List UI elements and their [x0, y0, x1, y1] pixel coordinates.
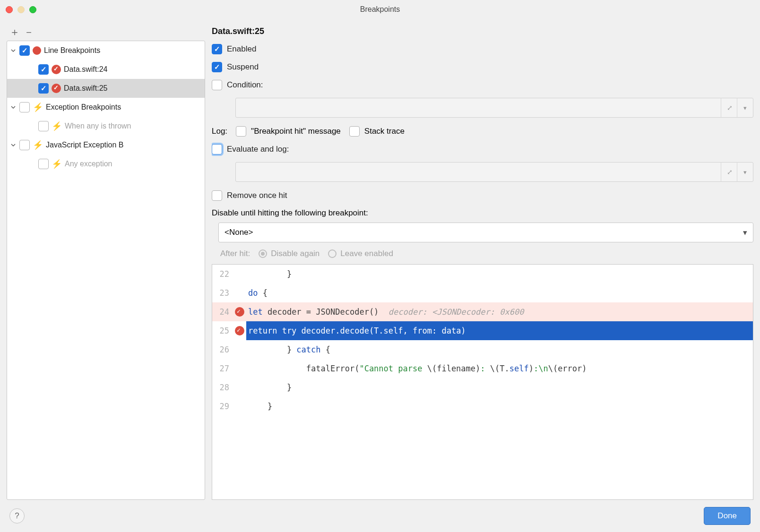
item-label: Data.swift:25 [64, 84, 107, 93]
exception-bolt-icon: ⚡ [52, 122, 62, 130]
item-checkbox[interactable] [38, 64, 49, 75]
code-line[interactable]: 26 } catch { [212, 340, 753, 359]
line-number: 22 [212, 265, 233, 283]
code-text: let decoder = JSONDecoder() decoder: <JS… [246, 302, 753, 321]
remove-once-label: Remove once hit [227, 191, 287, 200]
expand-icon[interactable]: ⤢ [721, 98, 737, 118]
code-text: } [246, 265, 753, 283]
breakpoint-item[interactable]: Data.swift:24 [7, 60, 205, 79]
breakpoint-item[interactable]: ⚡Any exception [7, 154, 205, 173]
titlebar: Breakpoints [0, 0, 760, 19]
code-line[interactable]: 27 fatalError("Cannot parse \(filename):… [212, 359, 753, 378]
code-line[interactable]: 24 let decoder = JSONDecoder() decoder: … [212, 302, 753, 321]
line-number: 24 [212, 302, 233, 321]
chevron-down-icon: ▾ [743, 228, 747, 238]
evaluate-log-checkbox[interactable] [212, 144, 222, 154]
breakpoint-check-icon [52, 84, 61, 93]
disable-again-radio[interactable] [259, 249, 267, 258]
disable-until-label: Disable until hitting the following brea… [212, 208, 753, 218]
item-checkbox[interactable] [38, 83, 49, 94]
log-message-checkbox[interactable] [236, 126, 246, 137]
breakpoints-tree[interactable]: Line BreakpointsData.swift:24Data.swift:… [7, 41, 205, 500]
zoom-window-button[interactable] [29, 6, 36, 13]
stack-trace-checkbox[interactable] [349, 126, 360, 137]
condition-checkbox[interactable] [212, 80, 222, 90]
minimize-window-button[interactable] [17, 6, 25, 13]
breakpoint-item[interactable]: Data.swift:25 [7, 79, 205, 98]
group-label: JavaScript Exception B [46, 141, 124, 149]
remove-breakpoint-button[interactable]: － [24, 27, 34, 37]
item-label: Data.swift:24 [64, 65, 107, 74]
remove-once-checkbox[interactable] [212, 190, 222, 201]
leave-enabled-option: Leave enabled [340, 249, 393, 258]
suspend-checkbox[interactable] [212, 62, 222, 72]
history-dropdown-icon[interactable]: ▾ [737, 162, 753, 182]
breakpoint-group[interactable]: ⚡Exception Breakpoints [7, 98, 205, 117]
group-checkbox[interactable] [19, 140, 30, 150]
code-text: } catch { [246, 340, 753, 359]
evaluate-log-label: Evaluate and log: [227, 145, 289, 154]
breakpoint-gutter-icon[interactable] [235, 307, 244, 317]
code-text: fatalError("Cannot parse \(filename): \(… [246, 359, 753, 378]
breakpoint-heading: Data.swift:25 [212, 26, 753, 36]
line-number: 28 [212, 378, 233, 397]
line-number: 26 [212, 340, 233, 359]
condition-label: Condition: [227, 80, 263, 90]
expand-icon[interactable]: ⤢ [721, 162, 737, 182]
code-line[interactable]: 29 } [212, 397, 753, 416]
condition-input[interactable]: ⤢ ▾ [235, 98, 753, 118]
chevron-down-icon[interactable] [10, 105, 17, 110]
disable-again-option: Disable again [271, 249, 320, 258]
code-line[interactable]: 22 } [212, 265, 753, 283]
stack-trace-label: Stack trace [364, 127, 405, 136]
code-text: } [246, 378, 753, 397]
item-label: Any exception [65, 160, 112, 168]
disable-until-select[interactable]: <None> ▾ [218, 223, 753, 242]
add-breakpoint-button[interactable]: ＋ [9, 27, 20, 37]
enabled-checkbox[interactable] [212, 44, 222, 54]
line-number: 23 [212, 283, 233, 302]
after-hit-label: After hit: [220, 249, 250, 258]
exception-bolt-icon: ⚡ [52, 160, 62, 168]
enabled-label: Enabled [227, 44, 256, 54]
item-label: When any is thrown [65, 122, 131, 130]
breakpoint-check-icon [52, 65, 61, 74]
code-text: return try decoder.decode(T.self, from: … [246, 321, 753, 340]
exception-bolt-icon: ⚡ [33, 141, 43, 149]
item-checkbox[interactable] [38, 121, 49, 131]
breakpoint-group[interactable]: Line Breakpoints [7, 41, 205, 60]
window-title: Breakpoints [360, 5, 400, 14]
help-button[interactable]: ? [9, 508, 25, 523]
chevron-down-icon[interactable] [10, 143, 17, 147]
disable-until-value: <None> [225, 228, 253, 237]
code-line[interactable]: 25 return try decoder.decode(T.self, fro… [212, 321, 753, 340]
evaluate-log-input[interactable]: ⤢ ▾ [235, 162, 753, 182]
group-label: Line Breakpoints [44, 46, 100, 55]
close-window-button[interactable] [6, 6, 13, 13]
code-preview[interactable]: 22 }23 do {24 let decoder = JSONDecoder(… [212, 264, 753, 500]
exception-bolt-icon: ⚡ [33, 103, 43, 112]
chevron-down-icon[interactable] [10, 48, 17, 53]
breakpoint-dot-icon [33, 46, 41, 55]
leave-enabled-radio[interactable] [328, 249, 337, 258]
done-button[interactable]: Done [704, 507, 751, 525]
line-number: 25 [212, 321, 233, 340]
breakpoint-item[interactable]: ⚡When any is thrown [7, 117, 205, 136]
log-message-label: "Breakpoint hit" message [251, 127, 341, 136]
group-label: Exception Breakpoints [46, 103, 121, 112]
suspend-label: Suspend [227, 62, 259, 72]
code-text: do { [246, 283, 753, 302]
breakpoint-gutter-icon[interactable] [235, 326, 244, 335]
history-dropdown-icon[interactable]: ▾ [737, 98, 753, 118]
code-line[interactable]: 23 do { [212, 283, 753, 302]
code-line[interactable]: 28 } [212, 378, 753, 397]
group-checkbox[interactable] [19, 102, 30, 112]
item-checkbox[interactable] [38, 159, 49, 169]
log-label: Log: [212, 127, 227, 136]
code-text: } [246, 397, 753, 416]
group-checkbox[interactable] [19, 45, 30, 56]
breakpoint-group[interactable]: ⚡JavaScript Exception B [7, 136, 205, 154]
line-number: 27 [212, 359, 233, 378]
line-number: 29 [212, 397, 233, 416]
